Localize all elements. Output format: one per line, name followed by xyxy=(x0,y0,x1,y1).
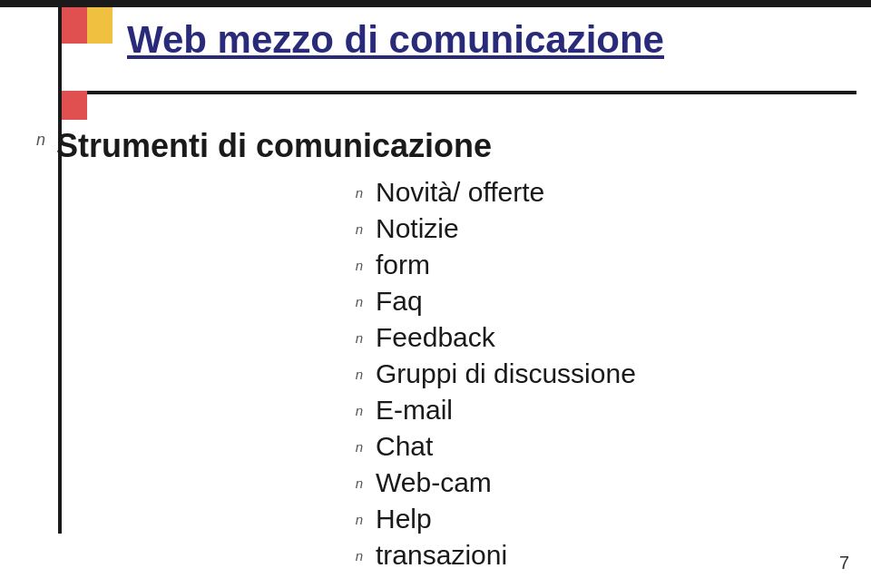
sub-bullet-marker: n xyxy=(345,439,363,455)
sub-item-text: Help xyxy=(376,504,432,534)
horizontal-line xyxy=(58,91,856,94)
sub-bullet-marker: n xyxy=(345,475,363,491)
sub-list-item: nNotizie xyxy=(345,213,636,244)
sub-item-text: form xyxy=(376,250,430,280)
sub-item-text: Web-cam xyxy=(376,467,492,498)
sub-bullet-marker: n xyxy=(345,367,363,382)
slide: Web mezzo di comunicazione n Strumenti d… xyxy=(0,0,871,588)
sub-list-item: nFaq xyxy=(345,286,636,317)
sub-list-item: nE-mail xyxy=(345,395,636,426)
sub-list-item: nFeedback xyxy=(345,322,636,353)
sub-list-item: nWeb-cam xyxy=(345,467,636,498)
sub-list-item: nform xyxy=(345,250,636,280)
left-block-red-top xyxy=(62,7,87,44)
top-bar xyxy=(0,0,871,7)
main-bullet-item: n Strumenti di comunicazione xyxy=(36,127,492,165)
sub-item-text: E-mail xyxy=(376,395,453,426)
sub-item-text: transazioni xyxy=(376,540,507,571)
sub-list: nNovità/ offertenNotizienformnFaqnFeedba… xyxy=(345,177,636,571)
sub-bullet-marker: n xyxy=(345,185,363,201)
sub-item-text: Novità/ offerte xyxy=(376,177,544,208)
sub-list-item: nChat xyxy=(345,431,636,462)
sub-item-text: Feedback xyxy=(376,322,495,353)
sub-list-item: nHelp xyxy=(345,504,636,534)
sub-item-text: Chat xyxy=(376,431,433,462)
sub-bullet-marker: n xyxy=(345,403,363,418)
page-number: 7 xyxy=(839,553,849,573)
left-block-yellow-top xyxy=(87,7,113,44)
slide-title: Web mezzo di comunicazione xyxy=(127,18,664,62)
sub-bullet-marker: n xyxy=(345,258,363,273)
main-bullet-text: Strumenti di comunicazione xyxy=(56,127,492,165)
vertical-line xyxy=(58,7,62,534)
sub-item-text: Faq xyxy=(376,286,423,317)
sub-item-text: Notizie xyxy=(376,213,459,244)
sub-bullet-marker: n xyxy=(345,294,363,309)
sub-bullet-marker: n xyxy=(345,221,363,237)
sub-bullet-marker: n xyxy=(345,548,363,564)
sub-item-text: Gruppi di discussione xyxy=(376,358,636,389)
sub-list-item: nNovità/ offerte xyxy=(345,177,636,208)
sub-bullet-marker: n xyxy=(345,330,363,346)
main-bullet-marker: n xyxy=(36,131,45,150)
sub-list-item: nGruppi di discussione xyxy=(345,358,636,389)
left-block-red-bottom xyxy=(62,91,87,120)
sub-bullet-marker: n xyxy=(345,512,363,527)
sub-list-item: ntransazioni xyxy=(345,540,636,571)
